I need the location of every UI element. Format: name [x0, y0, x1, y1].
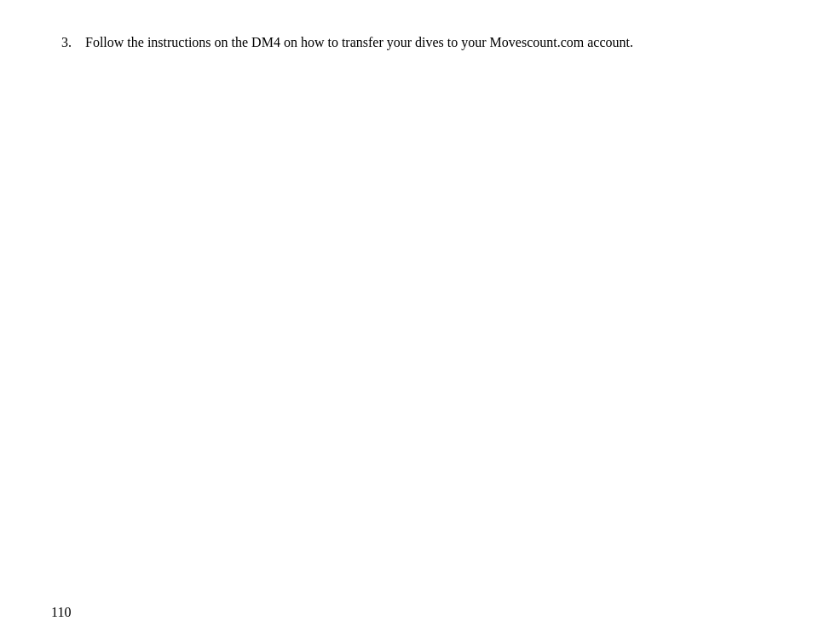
page-content: 3. Follow the instructions on the DM4 on…: [0, 0, 813, 644]
list-item-text: Follow the instructions on the DM4 on ho…: [85, 32, 762, 53]
list-item-3: 3. Follow the instructions on the DM4 on…: [51, 32, 762, 53]
page-number: 110: [51, 605, 71, 620]
list-number: 3.: [51, 32, 85, 53]
